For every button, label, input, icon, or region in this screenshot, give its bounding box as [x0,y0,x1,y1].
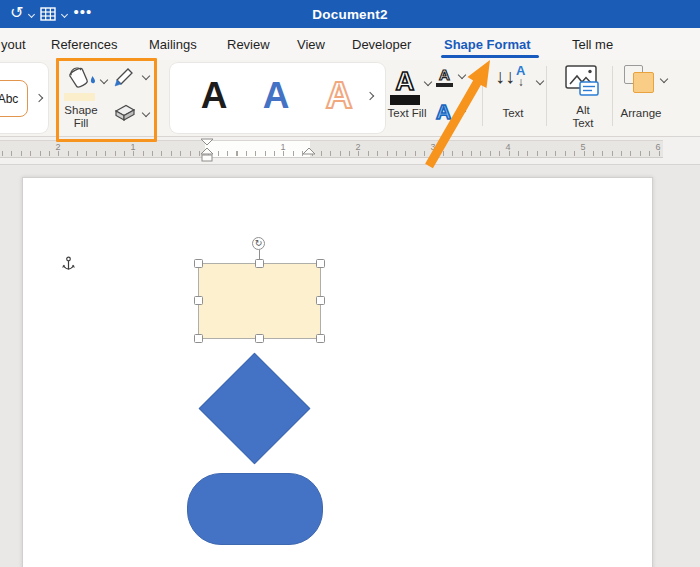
resize-handle-w[interactable] [194,296,203,305]
wordart-styles-gallery: A A A [170,63,385,133]
ruler-number: 3 [427,142,439,152]
arrange-chevron-down-icon[interactable] [660,75,668,83]
text-outline-chevron-down-icon[interactable] [458,71,466,79]
resize-handle-nw[interactable] [194,259,203,268]
resize-handle-e[interactable] [316,296,325,305]
resize-handle-n[interactable] [255,259,264,268]
group-separator [612,66,613,126]
ruler-number: 5 [577,142,589,152]
arrange-label: Arrange [614,107,668,120]
document-canvas[interactable]: ↻ [0,165,700,567]
ruler-number: 4 [502,142,514,152]
text-effects-chevron-down-icon[interactable] [458,107,466,115]
tab-developer[interactable]: Developer [352,28,411,60]
group-separator [546,66,547,126]
resize-handle-ne[interactable] [316,259,325,268]
tab-review[interactable]: Review [227,28,270,60]
text-fill-icon: A [390,68,420,105]
text-group-label: Text [492,107,534,120]
tab-mailings[interactable]: Mailings [149,28,197,60]
wordart-style-orange[interactable]: A [317,71,361,121]
ruler-number: 1 [127,142,139,152]
text-fill-label: Text Fill [384,107,430,120]
shape-styles-gallery: Abc [0,63,48,133]
rotation-connector [259,250,260,259]
ruler-number: 2 [52,142,64,152]
shape-style-swatch[interactable]: Abc [0,80,28,117]
ruler-ticks [0,151,663,156]
shape-rounded-rectangle[interactable] [187,473,323,545]
anchor-icon [61,256,76,274]
tab-tell-me[interactable]: Tell me [572,28,613,60]
text-effects-icon: A [436,101,451,123]
page[interactable] [22,177,653,567]
text-direction-chevron-down-icon[interactable] [536,77,544,85]
tab-view[interactable]: View [297,28,325,60]
shape-rectangle-selected[interactable] [198,263,321,339]
resize-handle-se[interactable] [316,334,325,343]
wordart-next-icon[interactable] [366,92,374,100]
tab-layout-partial[interactable]: yout [1,28,26,60]
title-bar: ↺ ••• Document2 [0,0,700,28]
wordart-style-blue[interactable]: A [254,71,298,121]
ribbon-tab-bar: yout References Mailings Review View Dev… [0,28,700,60]
alt-text-label: Alt Text [560,104,606,130]
word-window: ↺ ••• Document2 yout References Mailings… [0,0,700,567]
gallery-next-icon[interactable] [35,94,43,102]
wordart-style-black[interactable]: A [192,71,236,121]
highlight-box-shape-fill [56,58,157,142]
group-separator [482,66,483,126]
resize-handle-s[interactable] [255,334,264,343]
ruler-number: 2 [352,142,364,152]
arrange-icon [624,65,656,95]
active-tab-underline [441,55,539,58]
ruler-number: 6 [652,142,664,152]
indent-markers[interactable] [196,137,321,165]
resize-handle-sw[interactable] [194,334,203,343]
document-title: Document2 [0,0,700,28]
alt-text-icon [565,65,600,97]
text-fill-chevron-down-icon[interactable] [424,78,432,86]
text-direction-icon: ↓↓ A ↓ [495,65,525,88]
text-outline-icon: A [436,67,453,87]
tab-references[interactable]: References [51,28,117,60]
rotation-handle[interactable]: ↻ [252,237,265,250]
